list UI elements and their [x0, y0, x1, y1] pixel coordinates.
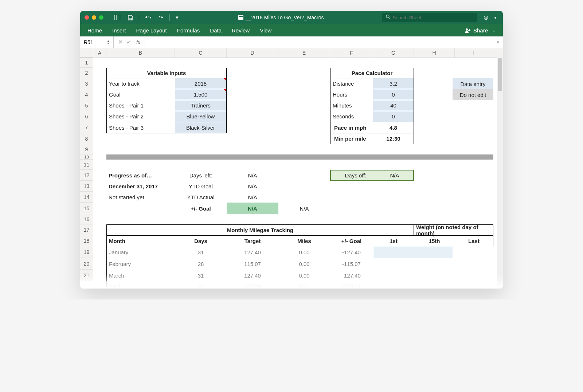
search-input[interactable]: [393, 15, 473, 20]
redo-icon[interactable]: ↷: [157, 14, 166, 21]
formula-input[interactable]: [145, 36, 493, 48]
cell[interactable]: N/A: [227, 192, 278, 203]
cell[interactable]: 31: [175, 270, 227, 281]
col-header-D[interactable]: D: [227, 48, 278, 58]
vertical-scrollbar[interactable]: [497, 58, 503, 289]
row-header[interactable]: 8: [80, 133, 93, 144]
tab-view[interactable]: View: [260, 27, 271, 34]
col-pm[interactable]: +/- Goal: [330, 235, 373, 246]
col-month[interactable]: Month: [106, 235, 175, 246]
tab-review[interactable]: Review: [232, 27, 250, 34]
name-box-stepper[interactable]: ▲▼: [107, 40, 110, 45]
cell[interactable]: 0.00: [278, 246, 330, 258]
cell[interactable]: 2018: [175, 78, 227, 89]
table-row[interactable]: March: [106, 270, 175, 281]
feedback-icon[interactable]: ☺: [483, 14, 489, 21]
cell[interactable]: Shoes - Pair 1: [106, 100, 175, 111]
row-header[interactable]: 10: [80, 154, 93, 160]
share-button[interactable]: Share ⌄: [465, 27, 496, 34]
cell[interactable]: [373, 246, 453, 258]
cell[interactable]: Days left:: [175, 170, 227, 181]
cell[interactable]: 12:30: [373, 133, 414, 144]
row-header[interactable]: 7: [80, 122, 93, 133]
cell[interactable]: Shoes - Pair 2: [106, 111, 175, 122]
formula-expand-icon[interactable]: ▼: [493, 40, 503, 44]
minimize-icon[interactable]: [92, 15, 96, 20]
tab-home[interactable]: Home: [87, 27, 102, 34]
sidebar-toggle-icon[interactable]: [112, 15, 122, 20]
row-header[interactable]: 14: [80, 192, 93, 203]
tab-data[interactable]: Data: [210, 27, 222, 34]
cell[interactable]: 0.00: [278, 270, 330, 281]
cell[interactable]: 1,500: [175, 89, 227, 100]
row-header[interactable]: 5: [80, 100, 93, 111]
tab-page-layout[interactable]: Page Layout: [136, 27, 167, 34]
cell[interactable]: 4.8: [373, 122, 414, 133]
cell[interactable]: -127.40: [330, 246, 373, 258]
tab-formulas[interactable]: Formulas: [177, 27, 200, 34]
row-header[interactable]: 16: [80, 214, 93, 224]
table-row[interactable]: January: [106, 246, 175, 258]
days-off-box[interactable]: Days off:N/A: [330, 170, 414, 181]
cell[interactable]: Goal: [106, 89, 175, 100]
save-icon[interactable]: [125, 15, 135, 20]
cancel-formula-icon[interactable]: ✕: [118, 39, 123, 46]
cell[interactable]: YTD Actual: [175, 192, 227, 203]
select-all-corner[interactable]: [80, 48, 93, 58]
row-header[interactable]: 1: [80, 58, 93, 68]
col-last[interactable]: Last: [455, 235, 493, 246]
cell[interactable]: 0: [373, 89, 414, 100]
cell[interactable]: 127.40: [227, 270, 278, 281]
qat-overflow-icon[interactable]: ▾: [173, 14, 180, 21]
cell[interactable]: Minutes: [330, 100, 373, 111]
cell[interactable]: 127.40: [227, 246, 278, 258]
fx-icon[interactable]: fx: [136, 39, 140, 45]
row-header[interactable]: 21: [80, 270, 93, 281]
row-header[interactable]: 2: [80, 68, 93, 78]
progress-date[interactable]: December 31, 2017: [106, 181, 175, 192]
cell[interactable]: N/A: [278, 203, 330, 214]
row-header[interactable]: 4: [80, 89, 93, 100]
progress-status[interactable]: Not started yet: [106, 192, 175, 203]
row-header[interactable]: 9: [80, 144, 93, 154]
cell[interactable]: +/- Goal: [175, 203, 227, 214]
cell[interactable]: -115.07: [330, 258, 373, 270]
cell[interactable]: -123.29: [330, 281, 373, 289]
cell[interactable]: N/A: [227, 170, 278, 181]
cell[interactable]: 0: [373, 111, 414, 122]
cell[interactable]: 31: [175, 246, 227, 258]
cell[interactable]: 0.00: [278, 281, 330, 289]
col-header-F[interactable]: F: [330, 48, 373, 58]
col-15th[interactable]: 15th: [414, 235, 455, 246]
cell[interactable]: 115.07: [227, 258, 278, 270]
table-row[interactable]: February: [106, 258, 175, 270]
progress-heading[interactable]: Progress as of…: [106, 170, 175, 181]
enter-formula-icon[interactable]: ✓: [126, 39, 131, 46]
col-header-A[interactable]: A: [93, 48, 106, 58]
col-header-I[interactable]: I: [455, 48, 493, 58]
variable-inputs-title[interactable]: Variable Inputs: [106, 68, 227, 78]
legend-do-not-edit[interactable]: Do not edit: [453, 89, 493, 100]
legend-data-entry[interactable]: Data entry: [453, 78, 493, 89]
zoom-icon[interactable]: [99, 15, 103, 20]
row-header[interactable]: 12: [80, 170, 93, 181]
cell[interactable]: N/A: [227, 203, 278, 214]
cell[interactable]: Hours: [330, 89, 373, 100]
feedback-chevron-icon[interactable]: ▾: [492, 16, 498, 20]
search-box[interactable]: [382, 13, 477, 22]
col-header-E[interactable]: E: [278, 48, 330, 58]
row-header[interactable]: 11: [80, 160, 93, 170]
cell[interactable]: Blue-Yellow: [175, 111, 227, 122]
cell[interactable]: Black-Silver: [175, 122, 227, 133]
cell[interactable]: Shoes - Pair 3: [106, 122, 175, 133]
undo-icon[interactable]: ↶ ▾: [143, 14, 154, 21]
weight-title[interactable]: Weight (on noted day of month): [414, 224, 493, 235]
row-header[interactable]: 15: [80, 203, 93, 214]
col-header-C[interactable]: C: [175, 48, 227, 58]
pace-calc-title[interactable]: Pace Calculator: [330, 68, 414, 78]
spreadsheet-grid[interactable]: A B C D E F G H I 1 2 3 4 5 6 7 8 9 10 1…: [80, 48, 503, 289]
row-header[interactable]: 18: [80, 235, 93, 246]
cell[interactable]: 123.29: [227, 281, 278, 289]
cell[interactable]: 0.00: [278, 258, 330, 270]
col-days[interactable]: Days: [175, 235, 227, 246]
